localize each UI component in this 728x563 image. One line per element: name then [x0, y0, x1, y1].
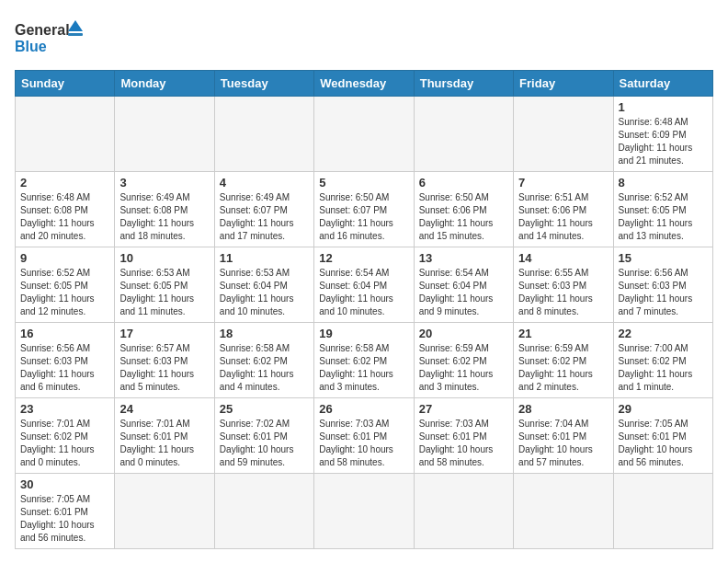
day-number: 24 — [119, 402, 209, 416]
calendar-cell — [514, 97, 613, 172]
day-number: 27 — [419, 402, 508, 416]
calendar-cell: 11Sunrise: 6:53 AM Sunset: 6:04 PM Dayli… — [214, 247, 313, 323]
calendar-cell: 6Sunrise: 6:50 AM Sunset: 6:06 PM Daylig… — [414, 172, 513, 247]
svg-marker-2 — [68, 20, 83, 31]
day-number: 6 — [419, 176, 508, 190]
day-number: 13 — [419, 251, 508, 265]
day-info: Sunrise: 6:50 AM Sunset: 6:06 PM Dayligh… — [419, 191, 508, 243]
day-info: Sunrise: 7:03 AM Sunset: 6:01 PM Dayligh… — [419, 418, 508, 469]
calendar-cell: 9Sunrise: 6:52 AM Sunset: 6:05 PM Daylig… — [16, 247, 115, 323]
weekday-header: Saturday — [613, 71, 712, 97]
calendar-row: 30Sunrise: 7:05 AM Sunset: 6:01 PM Dayli… — [16, 474, 713, 549]
calendar-cell: 28Sunrise: 7:04 AM Sunset: 6:01 PM Dayli… — [514, 398, 613, 474]
calendar-cell — [16, 97, 115, 172]
day-number: 20 — [419, 327, 508, 340]
calendar-cell — [414, 97, 513, 172]
calendar-cell: 30Sunrise: 7:05 AM Sunset: 6:01 PM Dayli… — [16, 474, 115, 549]
calendar-cell: 26Sunrise: 7:03 AM Sunset: 6:01 PM Dayli… — [314, 398, 414, 474]
day-info: Sunrise: 6:54 AM Sunset: 6:04 PM Dayligh… — [319, 267, 408, 318]
day-info: Sunrise: 7:01 AM Sunset: 6:01 PM Dayligh… — [119, 418, 209, 469]
day-info: Sunrise: 6:53 AM Sunset: 6:04 PM Dayligh… — [220, 267, 309, 318]
calendar-cell: 4Sunrise: 6:49 AM Sunset: 6:07 PM Daylig… — [214, 172, 313, 247]
day-info: Sunrise: 6:59 AM Sunset: 6:02 PM Dayligh… — [518, 342, 608, 394]
day-number: 1 — [619, 100, 708, 114]
weekday-header: Thursday — [414, 71, 513, 97]
calendar-cell: 18Sunrise: 6:58 AM Sunset: 6:02 PM Dayli… — [214, 323, 313, 398]
calendar-cell — [214, 474, 313, 549]
day-number: 3 — [119, 176, 209, 190]
calendar-header-row: SundayMondayTuesdayWednesdayThursdayFrid… — [16, 71, 713, 97]
day-number: 26 — [319, 402, 408, 416]
calendar-cell — [414, 474, 513, 549]
day-number: 30 — [20, 477, 109, 491]
day-info: Sunrise: 6:55 AM Sunset: 6:03 PM Dayligh… — [518, 267, 608, 318]
calendar-cell: 3Sunrise: 6:49 AM Sunset: 6:08 PM Daylig… — [115, 172, 214, 247]
day-info: Sunrise: 6:54 AM Sunset: 6:04 PM Dayligh… — [419, 267, 508, 318]
svg-text:Blue: Blue — [15, 39, 47, 54]
calendar-cell: 25Sunrise: 7:02 AM Sunset: 6:01 PM Dayli… — [214, 398, 313, 474]
calendar-cell: 7Sunrise: 6:51 AM Sunset: 6:06 PM Daylig… — [514, 172, 613, 247]
calendar-cell: 8Sunrise: 6:52 AM Sunset: 6:05 PM Daylig… — [613, 172, 712, 247]
day-number: 29 — [619, 402, 708, 416]
day-info: Sunrise: 7:02 AM Sunset: 6:01 PM Dayligh… — [220, 418, 309, 469]
day-info: Sunrise: 7:05 AM Sunset: 6:01 PM Dayligh… — [20, 493, 109, 545]
day-info: Sunrise: 6:52 AM Sunset: 6:05 PM Dayligh… — [20, 267, 109, 318]
weekday-header: Friday — [514, 71, 613, 97]
day-number: 7 — [518, 176, 608, 190]
day-number: 18 — [220, 327, 309, 340]
day-number: 4 — [220, 176, 309, 190]
page-header: General Blue — [15, 15, 713, 61]
day-info: Sunrise: 6:51 AM Sunset: 6:06 PM Dayligh… — [518, 191, 608, 243]
calendar-cell — [514, 474, 613, 549]
calendar-table: SundayMondayTuesdayWednesdayThursdayFrid… — [15, 70, 713, 549]
day-number: 2 — [20, 176, 109, 190]
weekday-header: Tuesday — [214, 71, 313, 97]
calendar-cell — [214, 97, 313, 172]
calendar-cell: 1Sunrise: 6:48 AM Sunset: 6:09 PM Daylig… — [613, 97, 712, 172]
calendar-cell: 10Sunrise: 6:53 AM Sunset: 6:05 PM Dayli… — [115, 247, 214, 323]
day-number: 21 — [518, 327, 608, 340]
calendar-cell: 2Sunrise: 6:48 AM Sunset: 6:08 PM Daylig… — [16, 172, 115, 247]
calendar-row: 2Sunrise: 6:48 AM Sunset: 6:08 PM Daylig… — [16, 172, 713, 247]
day-info: Sunrise: 6:57 AM Sunset: 6:03 PM Dayligh… — [119, 342, 209, 394]
day-number: 22 — [619, 327, 708, 340]
day-info: Sunrise: 6:56 AM Sunset: 6:03 PM Dayligh… — [619, 267, 708, 318]
calendar-row: 23Sunrise: 7:01 AM Sunset: 6:02 PM Dayli… — [16, 398, 713, 474]
day-info: Sunrise: 6:48 AM Sunset: 6:09 PM Dayligh… — [619, 116, 708, 167]
calendar-cell: 5Sunrise: 6:50 AM Sunset: 6:07 PM Daylig… — [314, 172, 414, 247]
day-number: 11 — [220, 251, 309, 265]
day-number: 16 — [20, 327, 109, 340]
calendar-cell: 23Sunrise: 7:01 AM Sunset: 6:02 PM Dayli… — [16, 398, 115, 474]
calendar-cell — [115, 97, 214, 172]
day-info: Sunrise: 7:00 AM Sunset: 6:02 PM Dayligh… — [619, 342, 708, 394]
day-number: 10 — [119, 251, 209, 265]
day-number: 19 — [319, 327, 408, 340]
day-info: Sunrise: 7:03 AM Sunset: 6:01 PM Dayligh… — [319, 418, 408, 469]
day-number: 8 — [619, 176, 708, 190]
weekday-header: Sunday — [16, 71, 115, 97]
weekday-header: Monday — [115, 71, 214, 97]
calendar-cell — [613, 474, 712, 549]
calendar-cell — [314, 97, 414, 172]
day-number: 17 — [119, 327, 209, 340]
day-info: Sunrise: 7:05 AM Sunset: 6:01 PM Dayligh… — [619, 418, 708, 469]
day-info: Sunrise: 6:58 AM Sunset: 6:02 PM Dayligh… — [319, 342, 408, 394]
calendar-cell: 19Sunrise: 6:58 AM Sunset: 6:02 PM Dayli… — [314, 323, 414, 398]
weekday-header: Wednesday — [314, 71, 414, 97]
day-info: Sunrise: 6:49 AM Sunset: 6:07 PM Dayligh… — [220, 191, 309, 243]
day-info: Sunrise: 6:48 AM Sunset: 6:08 PM Dayligh… — [20, 191, 109, 243]
day-info: Sunrise: 6:56 AM Sunset: 6:03 PM Dayligh… — [20, 342, 109, 394]
day-info: Sunrise: 6:53 AM Sunset: 6:05 PM Dayligh… — [119, 267, 209, 318]
calendar-cell: 21Sunrise: 6:59 AM Sunset: 6:02 PM Dayli… — [514, 323, 613, 398]
calendar-row: 16Sunrise: 6:56 AM Sunset: 6:03 PM Dayli… — [16, 323, 713, 398]
day-info: Sunrise: 6:58 AM Sunset: 6:02 PM Dayligh… — [220, 342, 309, 394]
day-info: Sunrise: 7:04 AM Sunset: 6:01 PM Dayligh… — [518, 418, 608, 469]
day-number: 5 — [319, 176, 408, 190]
calendar-row: 9Sunrise: 6:52 AM Sunset: 6:05 PM Daylig… — [16, 247, 713, 323]
calendar-cell — [314, 474, 414, 549]
day-number: 28 — [518, 402, 608, 416]
calendar-cell: 14Sunrise: 6:55 AM Sunset: 6:03 PM Dayli… — [514, 247, 613, 323]
day-number: 12 — [319, 251, 408, 265]
logo: General Blue — [15, 15, 88, 61]
calendar-cell: 12Sunrise: 6:54 AM Sunset: 6:04 PM Dayli… — [314, 247, 414, 323]
